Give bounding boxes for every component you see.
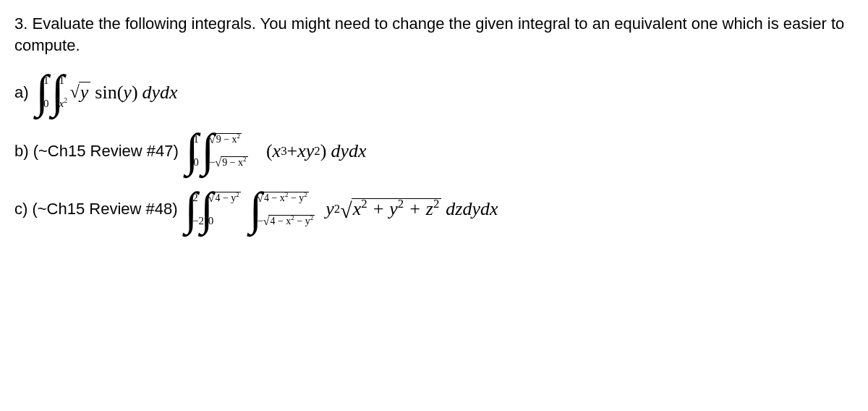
part-b: b) (~Ch15 Review #47) ∫ 1 0 ∫ √9 − x2 −√…	[14, 135, 854, 167]
part-c: c) (~Ch15 Review #48) ∫ 2 −2 ∫ √4 − y2 0…	[14, 193, 854, 226]
problem-parts: a) ∫ 1 0 ∫ 1 x2 √y sin(y) dydx b) (~Ch15…	[14, 76, 854, 225]
part-b-label: b) (~Ch15 Review #47)	[14, 142, 179, 161]
problem-text: Evaluate the following integrals. You mi…	[14, 14, 844, 54]
part-c-label: c) (~Ch15 Review #48)	[14, 200, 178, 219]
part-c-integral: ∫ 2 −2 ∫ √4 − y2 0 ∫ √4 − x2 − y2 −√4 − …	[184, 193, 498, 226]
part-a: a) ∫ 1 0 ∫ 1 x2 √y sin(y) dydx	[14, 76, 854, 109]
part-a-label: a)	[14, 83, 29, 102]
problem-statement: 3. Evaluate the following integrals. You…	[14, 13, 854, 56]
part-a-integral: ∫ 1 0 ∫ 1 x2 √y sin(y) dydx	[35, 76, 178, 109]
problem-number: 3.	[14, 14, 27, 33]
part-b-integral: ∫ 1 0 ∫ √9 − x2 −√9 − x2 (x3 + xy2) dydx	[184, 135, 367, 167]
